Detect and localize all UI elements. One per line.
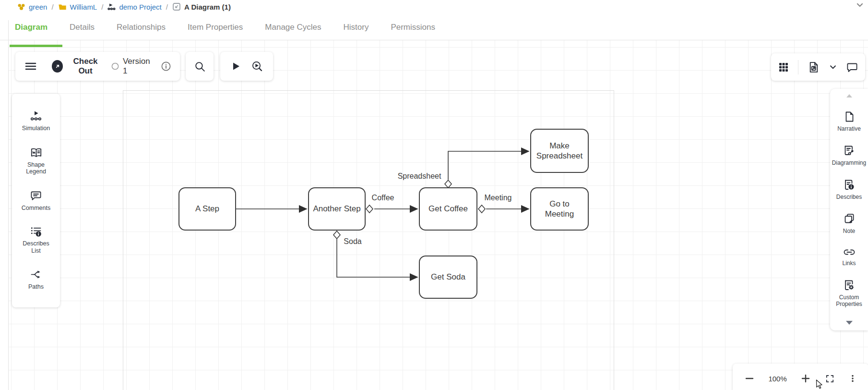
describes-list-icon bbox=[30, 226, 42, 237]
scroll-down-icon[interactable] bbox=[844, 320, 854, 326]
panel-label: Links bbox=[842, 260, 856, 267]
diagram-node-a-step[interactable]: A Step bbox=[178, 187, 236, 231]
panel-label: Describes bbox=[836, 194, 862, 200]
tool-label: Comments bbox=[22, 205, 50, 212]
diagram-canvas[interactable]: CoffeeMeetingSpreadsheetSodaA StepAnothe… bbox=[8, 40, 868, 390]
top-bar: green / WilliamL / demo Project bbox=[0, 0, 868, 40]
tool-label: Describes List bbox=[23, 240, 49, 255]
check-out-button[interactable]: Check Out bbox=[52, 57, 104, 76]
tab-details[interactable]: Details bbox=[70, 23, 95, 32]
diagram-node-another-step[interactable]: Another Step bbox=[308, 187, 366, 231]
comment-bubble-button[interactable] bbox=[846, 61, 858, 73]
edge-label-soda[interactable]: Soda bbox=[344, 237, 361, 246]
tool-describes-list[interactable]: Describes List bbox=[23, 226, 49, 255]
version-selector[interactable]: Version 1 bbox=[111, 57, 153, 76]
diagram-node-make-spreadsheet[interactable]: Make Spreadsheet bbox=[530, 129, 589, 173]
view-toolbar bbox=[771, 53, 865, 81]
left-divider bbox=[8, 20, 9, 390]
zoom-out-button[interactable] bbox=[744, 373, 755, 384]
fit-screen-button[interactable] bbox=[825, 374, 835, 384]
group-icon bbox=[17, 3, 25, 11]
mouse-cursor bbox=[816, 379, 825, 389]
zoom-in-button[interactable] bbox=[800, 373, 811, 384]
version-circle-icon bbox=[111, 62, 119, 71]
links-icon bbox=[843, 247, 856, 257]
check-out-label: Check Out bbox=[67, 57, 104, 76]
breadcrumb-current: A Diagram (1) bbox=[184, 3, 231, 11]
comments-icon bbox=[30, 190, 42, 202]
diagram-file-icon bbox=[172, 2, 181, 11]
breadcrumb-separator: / bbox=[101, 3, 103, 11]
search-toolbar bbox=[186, 52, 214, 81]
tool-paths[interactable]: Paths bbox=[28, 268, 44, 291]
custom-properties-icon bbox=[843, 279, 856, 292]
breadcrumb: green / WilliamL / demo Project bbox=[17, 1, 231, 12]
panel-custom-properties[interactable]: Custom Properties bbox=[830, 279, 868, 308]
check-out-icon bbox=[52, 60, 63, 73]
tool-label: Simulation bbox=[22, 125, 50, 132]
tab-history[interactable]: History bbox=[344, 23, 369, 32]
tab-manage-cycles[interactable]: Manage Cycles bbox=[265, 23, 321, 32]
panel-diagramming[interactable]: Diagramming bbox=[830, 145, 868, 166]
version-label: Version 1 bbox=[123, 57, 153, 76]
diagram-tools-panel: Simulation Shape Legend Comments bbox=[12, 94, 60, 307]
play-button[interactable] bbox=[230, 61, 241, 72]
panel-label: Note bbox=[843, 228, 855, 234]
note-icon bbox=[843, 213, 856, 225]
diagram-node-get-coffee[interactable]: Get Coffee bbox=[419, 187, 477, 231]
item-details-panel: Narrative Diagramming bbox=[830, 89, 868, 330]
tool-simulation[interactable]: Simulation bbox=[22, 110, 50, 132]
export-options-chevron[interactable] bbox=[829, 63, 837, 72]
tab-item-properties[interactable]: Item Properties bbox=[188, 23, 243, 32]
app-root: green / WilliamL / demo Project bbox=[0, 0, 868, 390]
breadcrumb-item-diagram: A Diagram (1) bbox=[172, 2, 231, 11]
more-options-button[interactable] bbox=[848, 374, 857, 383]
tool-label: Paths bbox=[28, 283, 44, 291]
zoom-controls: 100% bbox=[733, 364, 868, 390]
tool-shape-legend[interactable]: Shape Legend bbox=[26, 146, 46, 176]
panel-note[interactable]: Note bbox=[830, 213, 868, 234]
edge-label-spreadsheet[interactable]: Spreadsheet bbox=[398, 172, 441, 181]
breadcrumb-link-demo-project[interactable]: demo Project bbox=[119, 3, 161, 11]
diagram-node-get-soda[interactable]: Get Soda bbox=[419, 256, 477, 299]
folder-icon bbox=[58, 3, 67, 11]
breadcrumb-item-project[interactable]: demo Project bbox=[107, 3, 161, 11]
shape-legend-icon bbox=[30, 146, 43, 158]
breadcrumb-separator: / bbox=[51, 3, 53, 11]
tool-comments[interactable]: Comments bbox=[22, 190, 50, 212]
breadcrumb-link-williaml[interactable]: WilliamL bbox=[70, 3, 97, 11]
info-button[interactable] bbox=[161, 61, 171, 72]
grid-view-button[interactable] bbox=[778, 61, 789, 73]
breadcrumb-link-green[interactable]: green bbox=[29, 3, 47, 11]
export-document-button[interactable] bbox=[808, 61, 820, 73]
diagram-toolbar: Check Out Version 1 bbox=[15, 52, 180, 81]
active-tab-indicator bbox=[10, 45, 62, 47]
tool-label: Shape Legend bbox=[26, 161, 46, 176]
project-icon bbox=[107, 3, 116, 11]
panel-label: Custom Properties bbox=[836, 294, 862, 308]
edge-label-coffee[interactable]: Coffee bbox=[372, 194, 394, 202]
breadcrumb-separator: / bbox=[166, 3, 168, 11]
edge-label-meeting[interactable]: Meeting bbox=[485, 194, 512, 202]
tab-permissions[interactable]: Permissions bbox=[391, 23, 435, 32]
menu-button[interactable] bbox=[24, 60, 37, 73]
scroll-up-icon[interactable] bbox=[844, 93, 854, 98]
panel-label: Diagramming bbox=[832, 159, 866, 166]
tab-bar: Diagram Details Relationships Item Prope… bbox=[15, 23, 435, 32]
describes-icon bbox=[843, 179, 856, 191]
tab-relationships[interactable]: Relationships bbox=[117, 23, 166, 32]
panel-describes[interactable]: Describes bbox=[830, 179, 868, 200]
run-toolbar bbox=[220, 52, 273, 81]
panel-label: Narrative bbox=[837, 125, 861, 132]
diagramming-icon bbox=[843, 145, 856, 157]
toolbar-divider bbox=[798, 60, 798, 74]
panel-links[interactable]: Links bbox=[830, 247, 868, 267]
preview-play-button[interactable] bbox=[251, 60, 263, 73]
breadcrumb-item-folder[interactable]: WilliamL bbox=[58, 3, 97, 11]
collapse-header-icon[interactable] bbox=[855, 0, 865, 11]
tab-diagram[interactable]: Diagram bbox=[15, 23, 48, 32]
breadcrumb-item-group[interactable]: green bbox=[17, 3, 47, 11]
search-button[interactable] bbox=[194, 61, 206, 73]
diagram-node-go-to-meeting[interactable]: Go to Meeting bbox=[530, 187, 589, 231]
panel-narrative[interactable]: Narrative bbox=[830, 110, 868, 132]
